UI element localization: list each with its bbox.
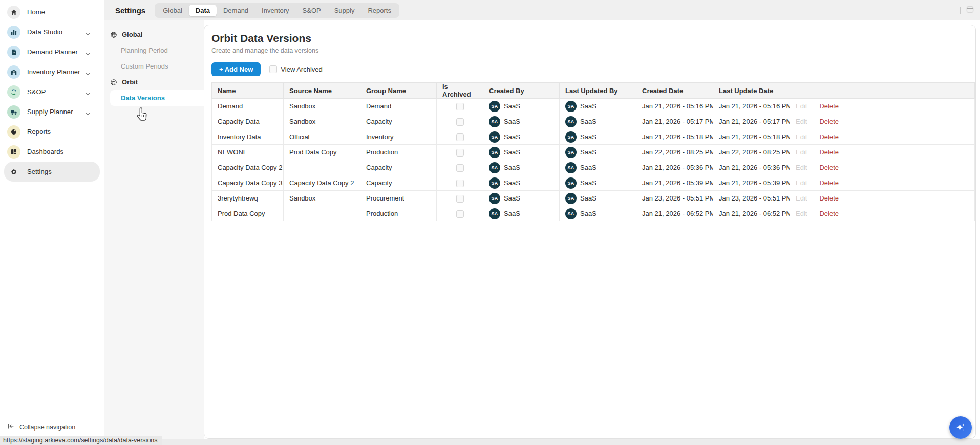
sidebar-nav: Home Data Studio Demand Planner Inventor… bbox=[0, 0, 104, 182]
avatar: SA bbox=[489, 147, 500, 158]
collapse-navigation-button[interactable]: Collapse navigation bbox=[7, 422, 75, 432]
chevron-down-icon bbox=[85, 69, 91, 78]
delete-link[interactable]: Delete bbox=[819, 133, 839, 141]
cell-is-archived bbox=[437, 114, 483, 129]
edit-link[interactable]: Edit bbox=[796, 179, 807, 187]
cell-created-date: Jan 23, 2026 - 05:51 PM bbox=[636, 191, 713, 206]
is-archived-checkbox[interactable] bbox=[456, 149, 464, 157]
cell-last-update-date: Jan 21, 2026 - 05:16 PM bbox=[713, 99, 790, 114]
column-header bbox=[860, 83, 975, 99]
edit-link[interactable]: Edit bbox=[796, 210, 807, 217]
subnav-section-header[interactable]: Orbit bbox=[104, 74, 204, 90]
cell-group-name: Inventory bbox=[360, 129, 437, 145]
edit-link[interactable]: Edit bbox=[796, 194, 807, 202]
sidebar-item-data-studio[interactable]: Data Studio bbox=[4, 22, 100, 42]
is-archived-checkbox[interactable] bbox=[456, 180, 464, 187]
add-new-button[interactable]: + Add New bbox=[211, 62, 261, 76]
chevron-down-icon bbox=[85, 29, 91, 38]
is-archived-checkbox[interactable] bbox=[456, 195, 464, 203]
cell-created-by: SASaaS bbox=[483, 99, 560, 114]
settings-tab-bar: GlobalDataDemandInventoryS&OPSupplyRepor… bbox=[155, 3, 399, 18]
sidebar-item-settings[interactable]: Settings bbox=[4, 162, 100, 182]
edit-link[interactable]: Edit bbox=[796, 164, 807, 171]
delete-link[interactable]: Delete bbox=[819, 148, 839, 156]
delete-link[interactable]: Delete bbox=[819, 164, 839, 171]
sidebar-item-inventory-planner[interactable]: Inventory Planner bbox=[4, 62, 100, 82]
cell-filler bbox=[860, 206, 975, 221]
cell-group-name: Production bbox=[360, 206, 437, 221]
sidebar-item-dashboards[interactable]: Dashboards bbox=[4, 142, 100, 162]
delete-link[interactable]: Delete bbox=[819, 179, 839, 187]
column-header bbox=[790, 83, 860, 99]
sidebar-item-label: Demand Planner bbox=[27, 48, 78, 56]
delete-link[interactable]: Delete bbox=[819, 102, 839, 110]
chevron-down-icon bbox=[85, 49, 91, 58]
main-area: Orbit Data Versions Create and manage th… bbox=[204, 20, 980, 439]
sidebar-item-label: S&OP bbox=[27, 88, 46, 96]
cell-name: Capacity Data bbox=[212, 114, 284, 129]
cell-source-name: Sandbox bbox=[284, 191, 360, 206]
tab-reports[interactable]: Reports bbox=[361, 5, 398, 16]
cell-last-update-date: Jan 21, 2026 - 05:36 PM bbox=[713, 160, 790, 175]
orbit-icon bbox=[110, 79, 117, 86]
cell-name: Prod Data Copy bbox=[212, 206, 284, 221]
cell-actions: EditDelete bbox=[790, 129, 860, 145]
subnav-section-header[interactable]: Global bbox=[104, 27, 204, 42]
cell-created-date: Jan 21, 2026 - 05:18 PM bbox=[636, 129, 713, 145]
delete-link[interactable]: Delete bbox=[819, 118, 839, 125]
home-icon bbox=[7, 6, 20, 19]
column-header-created-date: Created Date bbox=[636, 83, 713, 99]
delete-link[interactable]: Delete bbox=[819, 194, 839, 202]
assistant-fab-button[interactable] bbox=[949, 416, 972, 439]
view-archived-toggle[interactable]: View Archived bbox=[269, 65, 322, 73]
cell-created-by: SASaaS bbox=[483, 206, 560, 221]
globe-icon bbox=[110, 31, 117, 38]
tab-supply[interactable]: Supply bbox=[328, 5, 361, 16]
tab-inventory[interactable]: Inventory bbox=[255, 5, 295, 16]
is-archived-checkbox[interactable] bbox=[456, 118, 464, 126]
column-header-group-name: Group Name bbox=[360, 83, 437, 99]
tab-s-op[interactable]: S&OP bbox=[296, 5, 328, 16]
column-header-last-update-date: Last Update Date bbox=[713, 83, 790, 99]
is-archived-checkbox[interactable] bbox=[456, 164, 464, 172]
table-row: 3rerytyhtrewq Sandbox Procurement SASaaS… bbox=[212, 191, 975, 206]
table-row: Capacity Data Sandbox Capacity SASaaS SA… bbox=[212, 114, 975, 129]
sidebar-item-reports[interactable]: Reports bbox=[4, 122, 100, 142]
column-header-name: Name bbox=[212, 83, 284, 99]
edit-link[interactable]: Edit bbox=[796, 118, 807, 125]
tab-global[interactable]: Global bbox=[156, 5, 189, 16]
data-versions-table: NameSource NameGroup NameIs ArchivedCrea… bbox=[211, 82, 975, 221]
is-archived-checkbox[interactable] bbox=[456, 210, 464, 218]
avatar: SA bbox=[489, 162, 500, 173]
app-sidebar: Home Data Studio Demand Planner Inventor… bbox=[0, 0, 104, 439]
tab-data[interactable]: Data bbox=[189, 5, 217, 16]
cell-group-name: Capacity bbox=[360, 160, 437, 175]
table-row: Prod Data Copy Production SASaaS SASaaS … bbox=[212, 206, 975, 221]
edit-link[interactable]: Edit bbox=[796, 133, 807, 141]
cell-last-updated-by: SASaaS bbox=[560, 206, 636, 221]
view-archived-checkbox[interactable] bbox=[269, 65, 277, 73]
column-header-last-updated-by: Last Updated By bbox=[560, 83, 636, 99]
cell-group-name: Demand bbox=[360, 99, 437, 114]
window-icon[interactable] bbox=[966, 6, 974, 15]
edit-link[interactable]: Edit bbox=[796, 102, 807, 110]
edit-link[interactable]: Edit bbox=[796, 148, 807, 156]
cell-last-update-date: Jan 23, 2026 - 05:51 PM bbox=[713, 191, 790, 206]
sidebar-item-supply-planner[interactable]: Supply Planner bbox=[4, 102, 100, 122]
tab-demand[interactable]: Demand bbox=[217, 5, 255, 16]
cell-created-date: Jan 21, 2026 - 05:16 PM bbox=[636, 99, 713, 114]
sidebar-item-label: Inventory Planner bbox=[27, 68, 80, 76]
sidebar-item-label: Reports bbox=[27, 128, 51, 136]
sidebar-item-home[interactable]: Home bbox=[4, 2, 100, 22]
subnav-item-planning-period[interactable]: Planning Period bbox=[104, 42, 204, 58]
cell-filler bbox=[860, 99, 975, 114]
cell-source-name: Capacity Data Copy 2 bbox=[284, 175, 360, 191]
subnav-item-data-versions[interactable]: Data Versions bbox=[110, 90, 204, 106]
is-archived-checkbox[interactable] bbox=[456, 134, 464, 141]
sidebar-item-sop[interactable]: S&OP bbox=[4, 82, 100, 102]
sidebar-item-demand-planner[interactable]: Demand Planner bbox=[4, 42, 100, 62]
cell-group-name: Production bbox=[360, 145, 437, 160]
delete-link[interactable]: Delete bbox=[819, 210, 839, 217]
subnav-item-custom-periods[interactable]: Custom Periods bbox=[104, 58, 204, 74]
is-archived-checkbox[interactable] bbox=[456, 103, 464, 110]
